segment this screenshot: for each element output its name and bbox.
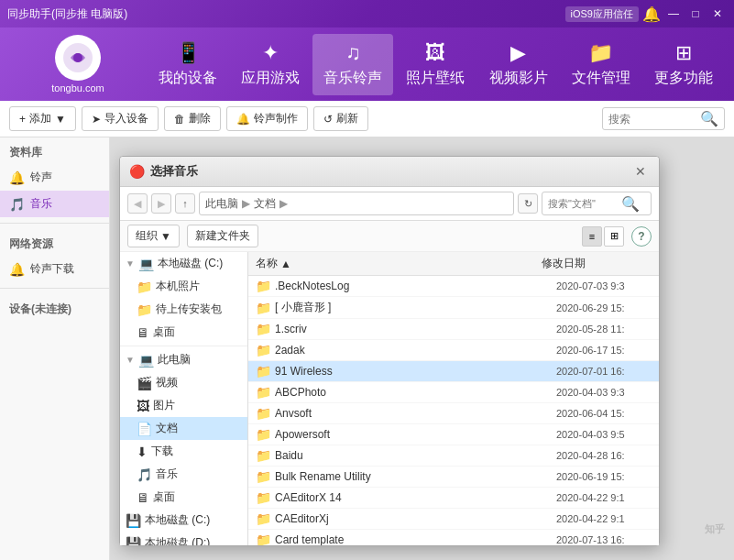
tree-item-disk-d[interactable]: 💾 本地磁盘 (D:) [120,532,247,545]
file-name: Anvsoft [275,407,312,420]
tree-item-disk-c2[interactable]: 💾 本地磁盘 (C:) [120,509,247,532]
tree-item-downloads[interactable]: ⬇ 下载 [120,440,247,463]
folder-icon: 📁 [256,385,271,400]
tree-label-downloads: 下载 [151,444,173,459]
address-breadcrumb[interactable]: 此电脑 ▶ 文档 ▶ [199,192,514,215]
back-button[interactable]: ◀ [127,193,148,214]
new-folder-button[interactable]: 新建文件夹 [187,225,258,247]
file-row[interactable]: 📁Baidu 2020-04-28 16: [248,445,659,467]
tree-icon-downloads: ⬇ [137,445,148,459]
tree-label-thispc: 此电脑 [158,352,191,368]
search-input[interactable] [608,113,700,126]
file-cell-name: 📁CAEditorXj [248,509,549,529]
address-search-input[interactable] [548,198,621,209]
tree-item-pictures[interactable]: 🖼 图片 [120,394,247,417]
tree-label-photos: 本机照片 [156,279,200,294]
file-row[interactable]: 📁Card template 2020-07-13 16: [248,530,659,545]
close-btn[interactable]: ✕ [708,5,727,23]
organize-button[interactable]: 组织 ▼ [127,225,180,247]
video-icon: ▶ [510,41,526,65]
tree-item-documents[interactable]: 📄 文档 [120,417,247,440]
file-row[interactable]: 📁CAEditorX 14 2020-04-22 9:1 [248,488,659,509]
ios-badge[interactable]: iOS9应用信任 [565,6,639,22]
add-button[interactable]: + 添加 ▼ [9,106,76,131]
file-row[interactable]: 📁2adak 2020-06-17 15: [248,340,659,361]
file-name: Apowersoft [275,428,330,441]
tree-item-upload[interactable]: 📁 待上传安装包 [120,298,247,321]
nav-my-device[interactable]: 📱 我的设备 [148,34,228,95]
file-cell-name: 📁.BeckNotesLog [248,276,549,296]
tree-icon-c: 💻 [138,257,154,271]
file-row[interactable]: 📁CAEditorXj 2020-04-22 9:1 [248,509,659,530]
nav-file-mgmt[interactable]: 📁 文件管理 [561,34,641,95]
folder-icon: 📁 [256,448,271,463]
refresh-button[interactable]: ↺ 刷新 [313,106,368,131]
nav-video-label: 视频影片 [489,69,548,88]
tree-icon-docs: 📄 [137,422,152,436]
tree-item-music[interactable]: 🎵 音乐 [120,463,247,486]
folder-icon: 📁 [256,469,271,484]
file-row[interactable]: 📁ABCPhoto 2020-04-03 9:3 [248,382,659,403]
tree-item-desktop2[interactable]: 🖥 桌面 [120,486,247,509]
maximize-btn[interactable]: □ [686,5,705,23]
col-date[interactable]: 修改日期 [534,252,644,275]
file-row[interactable]: 📁Bulk Rename Utility 2020-06-19 15: [248,467,659,488]
sort-arrow: ▲ [280,258,291,270]
add-dropdown-icon: ▼ [55,113,66,126]
file-cell-name: 📁[ 小鹿音形 ] [248,297,549,318]
nav-music-ringtone[interactable]: ♫ 音乐铃声 [312,34,393,95]
tree-label-desktop2: 桌面 [153,489,175,505]
view-list-button[interactable]: ≡ [582,226,602,247]
up-button[interactable]: ↑ [175,193,195,214]
file-cell-date: 2020-06-04 15: [549,405,659,422]
minimize-btn[interactable]: — [664,5,683,23]
forward-button[interactable]: ▶ [151,193,171,214]
tree-item-photos[interactable]: 📁 本机照片 [120,275,247,298]
ringtone-make-button[interactable]: 🔔 铃声制作 [226,106,308,131]
sidebar-item-ringtone-dl[interactable]: 🔔 铃声下载 [0,256,109,282]
file-row[interactable]: 📁.BeckNotesLog 2020-07-03 9:3 [248,276,659,297]
tree-item-local-c[interactable]: ▼ 💻 本地磁盘 (C:) [120,252,247,275]
help-button[interactable]: ? [631,226,652,247]
toolbar: + 添加 ▼ ➤ 导入设备 🗑 删除 🔔 铃声制作 ↺ 刷新 🔍 [0,101,734,137]
col-name[interactable]: 名称 ▲ [248,252,534,275]
file-row-highlighted[interactable]: 📁91 Wireless 2020-07-01 16: [248,361,659,382]
refresh-addr-button[interactable]: ↻ [518,193,538,214]
import-label: 导入设备 [104,111,148,126]
sidebar-item-ringtone[interactable]: 🔔 铃声 [0,164,109,191]
add-label: 添加 [29,111,51,126]
tree-icon-disk-d: 💾 [126,536,141,546]
file-name: 1.scriv [275,323,307,335]
file-cell-name: 📁Bulk Rename Utility [248,467,549,487]
file-cell-name: 📁CAEditorX 14 [248,488,549,508]
tree-label-pictures: 图片 [153,398,175,413]
file-name: Baidu [275,449,303,462]
file-row[interactable]: 📁Apowersoft 2020-04-03 9:5 [248,424,659,445]
tree-item-videos[interactable]: 🎬 视频 [120,371,247,394]
nav-app-game[interactable]: ✦ 应用游戏 [230,34,311,95]
file-cell-date: 2020-06-19 15: [549,468,659,485]
import-device-button[interactable]: ➤ 导入设备 [82,106,159,131]
delete-button[interactable]: 🗑 删除 [164,106,221,131]
sidebar-item-music[interactable]: 🎵 音乐 [0,191,109,217]
nav-photo[interactable]: 🖼 照片壁纸 [395,34,476,95]
file-cell-date: 2020-07-01 16: [549,363,659,379]
nav-more[interactable]: ⊞ 更多功能 [643,34,724,95]
col-scroll-space [644,252,659,275]
dialog-close-button[interactable]: ✕ [631,162,650,181]
logo-icon [55,35,101,81]
nav-video[interactable]: ▶ 视频影片 [478,34,559,95]
file-row[interactable]: 📁1.scriv 2020-05-28 11: [248,319,659,340]
watermark: 知乎 [705,522,725,536]
sidebar-divider-1 [0,223,109,224]
folder-icon: 📁 [256,511,271,526]
main-layout: 资料库 🔔 铃声 🎵 音乐 网络资源 🔔 铃声下载 设备(未连接) 🎵 🔴 [0,137,734,560]
file-cell-name: 📁Apowersoft [248,424,549,445]
tree-item-thispc[interactable]: ▼ 💻 此电脑 [120,348,247,371]
file-cell-name: 📁91 Wireless [248,361,549,381]
folder-icon: 📁 [256,322,271,336]
tree-item-desktop1[interactable]: 🖥 桌面 [120,321,247,344]
file-row[interactable]: 📁[ 小鹿音形 ] 2020-06-29 15: [248,297,659,319]
view-grid-button[interactable]: ⊞ [604,226,624,247]
file-row[interactable]: 📁Anvsoft 2020-06-04 15: [248,403,659,424]
